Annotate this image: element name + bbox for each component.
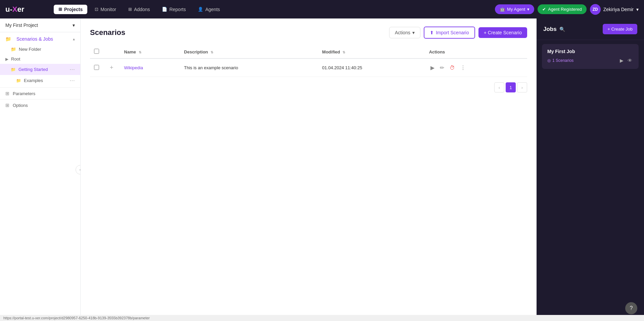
pagination: ‹ 1 ›	[90, 82, 527, 92]
jobs-search-icon[interactable]: 🔍	[559, 27, 565, 32]
col-actions: Actions	[425, 45, 527, 58]
scenarios-jobs-header[interactable]: 📁 Scenarios & Jobs ▴	[0, 34, 80, 44]
row-more-button[interactable]: ⋮	[459, 63, 467, 72]
nav-addons-label: Addons	[134, 7, 150, 12]
logo-prefix: u-	[5, 5, 12, 14]
scenarios-jobs-label: Scenarios & Jobs	[16, 36, 53, 42]
jobs-panel: Jobs 🔍 + Create Job My First Job ◎ 1 Sce…	[537, 18, 644, 321]
reports-icon: 📄	[162, 7, 167, 12]
getting-started-folder-icon: 📁	[11, 67, 16, 72]
row-checkbox[interactable]	[94, 65, 99, 70]
agent-registered-button[interactable]: ✔ Agent Registered	[538, 4, 586, 14]
pagination-next[interactable]: ›	[517, 82, 527, 92]
nav-agents-label: Agents	[205, 7, 220, 12]
my-agent-button[interactable]: 🤖 My Agent ▾	[495, 4, 534, 14]
sidebar-item-getting-started[interactable]: 📁 Getting Started ⋯	[0, 64, 80, 75]
row-play-button[interactable]: ▶	[429, 63, 436, 72]
page-header: Scenarios Actions ▾ ⬆ Import Scenario + …	[90, 27, 527, 39]
examples-folder-icon: 📁	[16, 78, 21, 83]
agents-icon: 👤	[198, 7, 203, 12]
import-label: Import Scenario	[436, 30, 469, 35]
getting-started-label: Getting Started	[18, 67, 48, 72]
jobs-header: Jobs 🔍 + Create Job	[537, 18, 644, 40]
select-all-checkbox[interactable]	[94, 49, 99, 54]
row-add-button[interactable]: +	[107, 63, 116, 73]
sidebar-item-examples[interactable]: 📁 Examples ⋯	[0, 75, 80, 86]
nav-monitor[interactable]: ⊡ Monitor	[90, 5, 121, 14]
col-modified: Modified ⇅	[318, 45, 425, 58]
new-folder-icon: 📁	[11, 47, 16, 52]
logo-x: X	[12, 5, 17, 14]
create-scenario-label: + Create Scenario	[484, 30, 522, 35]
header-actions: Actions ▾ ⬆ Import Scenario + Create Sce…	[389, 27, 527, 39]
job-card[interactable]: My First Job ◎ 1 Scenarios ▶ 👁	[542, 44, 639, 69]
sidebar: My First Project ▾ 📁 Scenarios & Jobs ▴ …	[0, 18, 81, 321]
sidebar-item-root[interactable]: ▶ Root	[0, 54, 80, 64]
nav-reports[interactable]: 📄 Reports	[157, 5, 190, 14]
project-selector-chevron: ▾	[73, 23, 75, 28]
scenario-name-link[interactable]: Wikipedia	[124, 65, 143, 70]
parameters-icon: ⊞	[5, 91, 9, 96]
getting-started-more-icon[interactable]: ⋯	[70, 66, 75, 73]
scenarios-jobs-icon: 📁	[5, 36, 11, 42]
description-sort-icon[interactable]: ⇅	[211, 50, 213, 54]
job-card-actions: ▶ 👁	[619, 57, 633, 64]
job-view-button[interactable]: 👁	[627, 57, 633, 64]
sidebar-collapse-toggle[interactable]: ‹	[76, 165, 81, 174]
sidebar-options[interactable]: ⊞ Options	[0, 99, 80, 111]
monitor-icon: ⊡	[95, 7, 98, 12]
create-scenario-button[interactable]: + Create Scenario	[478, 27, 527, 38]
name-sort-icon[interactable]: ⇅	[139, 50, 141, 54]
actions-button[interactable]: Actions ▾	[389, 27, 420, 38]
addons-icon: ⊞	[128, 7, 132, 12]
my-agent-icon: 🤖	[500, 7, 505, 12]
options-icon: ⊞	[5, 103, 9, 108]
scenario-count-icon: ◎	[547, 58, 551, 63]
create-job-button[interactable]: + Create Job	[603, 24, 637, 34]
actions-label: Actions	[395, 30, 410, 35]
topnav: u-Xer ⊞ Projects ⊡ Monitor ⊞ Addons 📄 Re…	[0, 0, 644, 18]
modified-sort-icon[interactable]: ⇅	[342, 50, 345, 54]
examples-label: Examples	[24, 78, 43, 83]
create-job-label: + Create Job	[607, 27, 633, 32]
job-card-name: My First Job	[547, 49, 633, 54]
project-name: My First Project	[5, 23, 38, 28]
nav-monitor-label: Monitor	[100, 7, 116, 12]
nav-projects[interactable]: ⊞ Projects	[54, 5, 87, 14]
scenario-count-label: 1 Scenarios	[552, 58, 573, 63]
sidebar-collapse-icon: ‹	[80, 167, 81, 172]
user-menu-button[interactable]: ZD Zekiriya Demir ▾	[590, 4, 639, 15]
parameters-label: Parameters	[13, 91, 35, 96]
status-url: https://portal-test.u-xer.com/project/d2…	[3, 316, 150, 320]
logo: u-Xer	[5, 5, 46, 14]
row-delete-button[interactable]: ⏱	[448, 64, 456, 72]
status-bar: https://portal-test.u-xer.com/project/d2…	[0, 315, 644, 321]
table-row: + Wikipedia This is an example scenario …	[90, 58, 527, 77]
scenario-modified: 01.04.2024 11:40:25	[318, 58, 425, 77]
sidebar-parameters[interactable]: ⊞ Parameters	[0, 87, 80, 99]
main-content: Scenarios Actions ▾ ⬆ Import Scenario + …	[81, 18, 537, 321]
pagination-page-1[interactable]: 1	[506, 82, 516, 92]
col-description: Description ⇅	[180, 45, 318, 58]
avatar: ZD	[590, 4, 601, 15]
import-icon: ⬆	[430, 30, 434, 35]
projects-icon: ⊞	[58, 7, 62, 12]
project-selector[interactable]: My First Project ▾	[0, 18, 80, 32]
nav-addons[interactable]: ⊞ Addons	[124, 5, 154, 14]
pagination-prev[interactable]: ‹	[494, 82, 504, 92]
examples-more-icon[interactable]: ⋯	[70, 77, 75, 84]
scenarios-table: Name ⇅ Description ⇅ Modified ⇅ Actions	[90, 45, 527, 77]
nav-agents[interactable]: 👤 Agents	[193, 5, 225, 14]
job-scenario-count: ◎ 1 Scenarios	[547, 58, 573, 63]
row-actions: ▶ ✏ ⏱ ⋮	[429, 63, 523, 72]
nav-right: 🤖 My Agent ▾ ✔ Agent Registered ZD Zekir…	[495, 4, 639, 15]
job-play-button[interactable]: ▶	[619, 57, 625, 64]
new-folder-button[interactable]: 📁 New Folder	[0, 44, 80, 54]
options-label: Options	[13, 103, 28, 108]
nav-reports-label: Reports	[169, 7, 186, 12]
my-agent-chevron: ▾	[527, 7, 530, 12]
help-button[interactable]: ?	[625, 302, 637, 314]
logo-suffix: er	[17, 5, 24, 14]
row-edit-button[interactable]: ✏	[439, 63, 446, 72]
import-scenario-button[interactable]: ⬆ Import Scenario	[424, 27, 475, 39]
